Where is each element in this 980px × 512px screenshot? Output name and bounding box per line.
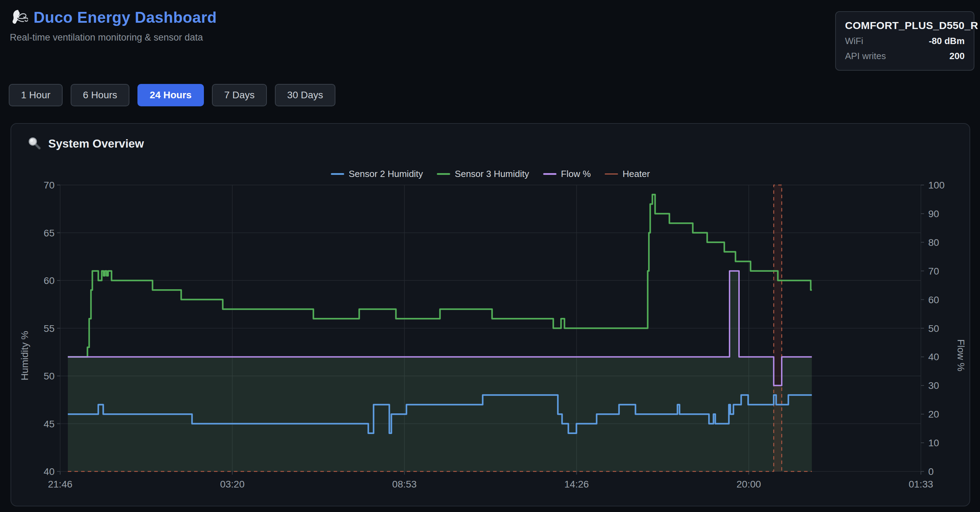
left-tick-label: 65 xyxy=(44,228,54,239)
x-tick-label: 03:20 xyxy=(220,479,245,490)
range-button-7-days[interactable]: 7 Days xyxy=(212,84,267,106)
legend-swatch xyxy=(605,173,618,175)
area-fill-flow- xyxy=(68,271,812,471)
right-tick-label: 10 xyxy=(928,437,939,448)
right-tick-label: 20 xyxy=(928,409,939,420)
right-tick-label: 80 xyxy=(928,237,939,248)
device-status-card: COMFORT_PLUS_D550_R WiFi-80 dBmAPI write… xyxy=(835,11,974,71)
right-tick-label: 70 xyxy=(928,266,939,277)
legend-item-sensor-2-humidity[interactable]: Sensor 2 Humidity xyxy=(331,169,423,180)
right-tick-label: 50 xyxy=(928,323,939,334)
legend-item-sensor-3-humidity[interactable]: Sensor 3 Humidity xyxy=(437,169,529,180)
right-tick-label: 90 xyxy=(928,208,939,219)
legend-label: Sensor 2 Humidity xyxy=(349,169,423,180)
legend-label: Sensor 3 Humidity xyxy=(455,169,529,180)
right-tick-label: 60 xyxy=(928,294,939,305)
right-tick-label: 0 xyxy=(928,466,934,477)
x-tick-label: 08:53 xyxy=(392,479,417,490)
system-overview-panel: System Overview Sensor 2 HumiditySensor … xyxy=(11,123,970,506)
panel-title: System Overview xyxy=(48,137,144,150)
device-stats: WiFi-80 dBmAPI writes200 xyxy=(845,36,965,62)
left-axis-title: Humidity % xyxy=(19,331,30,380)
device-stat-row: API writes200 xyxy=(845,51,965,62)
left-tick-label: 60 xyxy=(44,275,54,286)
stat-label: WiFi xyxy=(845,36,863,46)
left-tick-label: 45 xyxy=(44,419,54,429)
legend-swatch xyxy=(331,173,344,175)
left-tick-label: 55 xyxy=(44,323,54,334)
right-axis-title: Flow % xyxy=(956,339,966,371)
stat-value: 200 xyxy=(950,51,965,62)
page-title: Duco Energy Dashboard xyxy=(33,9,217,26)
range-button-30-days[interactable]: 30 Days xyxy=(275,84,336,106)
magnifier-icon xyxy=(27,137,42,151)
left-tick-label: 40 xyxy=(44,466,54,477)
left-tick-label: 50 xyxy=(44,371,54,382)
app-header: Duco Energy Dashboard Real-time ventilat… xyxy=(10,8,217,43)
device-stat-row: WiFi-80 dBm xyxy=(845,36,965,46)
series-line-sensor-3-humidity xyxy=(68,194,812,357)
legend-label: Heater xyxy=(622,169,650,180)
stat-value: -80 dBm xyxy=(929,36,965,46)
range-button-6-hours[interactable]: 6 Hours xyxy=(71,84,129,106)
stat-label: API writes xyxy=(845,51,886,62)
system-overview-chart[interactable]: 21:4603:2008:5314:2620:0001:337065605550… xyxy=(11,124,971,506)
legend-item-flow-[interactable]: Flow % xyxy=(543,169,591,180)
right-tick-label: 30 xyxy=(928,380,939,391)
right-tick-label: 100 xyxy=(928,180,945,191)
legend-item-heater[interactable]: Heater xyxy=(605,169,650,180)
x-tick-label: 01:33 xyxy=(908,479,933,490)
range-button-24-hours[interactable]: 24 Hours xyxy=(137,84,204,106)
range-button-1-hour[interactable]: 1 Hour xyxy=(9,84,63,106)
legend-swatch xyxy=(437,173,450,175)
time-range-selector: 1 Hour6 Hours24 Hours7 Days30 Days xyxy=(9,84,336,106)
chart-legend: Sensor 2 HumiditySensor 3 HumidityFlow %… xyxy=(11,169,969,180)
wind-face-icon xyxy=(10,8,28,27)
x-tick-label: 21:46 xyxy=(48,479,72,490)
x-tick-label: 14:26 xyxy=(565,479,589,490)
left-tick-label: 70 xyxy=(44,180,54,191)
right-tick-label: 40 xyxy=(928,351,939,362)
x-tick-label: 20:00 xyxy=(737,479,761,490)
page-subtitle: Real-time ventilation monitoring & senso… xyxy=(10,32,217,43)
legend-swatch xyxy=(543,173,557,175)
legend-label: Flow % xyxy=(561,169,591,180)
device-name: COMFORT_PLUS_D550_R xyxy=(845,19,965,32)
